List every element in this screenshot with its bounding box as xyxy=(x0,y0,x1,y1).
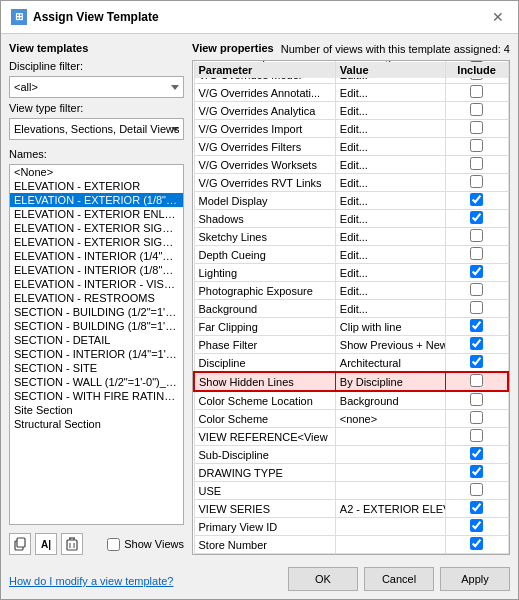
delete-icon-button[interactable] xyxy=(61,533,83,555)
include-checkbox[interactable] xyxy=(470,229,483,242)
show-views-checkbox[interactable] xyxy=(107,538,120,551)
include-cell[interactable] xyxy=(445,228,508,246)
list-item[interactable]: SECTION - WITH FIRE RATINGS COLO xyxy=(10,389,183,403)
list-item[interactable]: <None> xyxy=(10,165,183,179)
table-row[interactable]: BackgroundEdit... xyxy=(194,300,508,318)
include-cell[interactable] xyxy=(445,518,508,536)
include-checkbox[interactable] xyxy=(470,429,483,442)
include-cell[interactable] xyxy=(445,410,508,428)
include-cell[interactable] xyxy=(445,336,508,354)
include-checkbox[interactable] xyxy=(470,447,483,460)
list-item[interactable]: ELEVATION - EXTERIOR (1/8"=1'-0") xyxy=(10,193,183,207)
table-row[interactable]: Store Number xyxy=(194,536,508,554)
list-item[interactable]: ELEVATION - INTERIOR (1/4"=1'-0") xyxy=(10,249,183,263)
table-row[interactable]: LightingEdit... xyxy=(194,264,508,282)
include-checkbox[interactable] xyxy=(470,319,483,332)
table-row[interactable]: V/G Overrides ImportEdit... xyxy=(194,120,508,138)
include-cell[interactable] xyxy=(445,84,508,102)
include-cell[interactable] xyxy=(445,536,508,554)
discipline-filter-select[interactable]: <all> xyxy=(9,76,184,98)
properties-table-container[interactable]: Parameter Value Include View Scale1/8" =… xyxy=(192,60,510,555)
table-row[interactable]: V/G Overrides Annotati...Edit... xyxy=(194,84,508,102)
include-checkbox[interactable] xyxy=(470,157,483,170)
list-item[interactable]: Site Section xyxy=(10,403,183,417)
include-checkbox[interactable] xyxy=(470,483,483,496)
table-row[interactable]: VIEW REFERENCE<View xyxy=(194,428,508,446)
include-checkbox[interactable] xyxy=(470,139,483,152)
table-row[interactable]: Show Hidden LinesBy Discipline xyxy=(194,372,508,391)
include-checkbox[interactable] xyxy=(470,301,483,314)
include-cell[interactable] xyxy=(445,264,508,282)
list-item[interactable]: ELEVATION - INTERIOR - VISUAL PAC xyxy=(10,277,183,291)
include-checkbox[interactable] xyxy=(470,355,483,368)
include-cell[interactable] xyxy=(445,300,508,318)
include-checkbox[interactable] xyxy=(470,537,483,550)
include-cell[interactable] xyxy=(445,192,508,210)
include-cell[interactable] xyxy=(445,156,508,174)
list-item[interactable]: ELEVATION - EXTERIOR SIGNAGE (1/ xyxy=(10,235,183,249)
include-checkbox[interactable] xyxy=(470,501,483,514)
table-row[interactable]: DRAWING TYPE xyxy=(194,464,508,482)
include-cell[interactable] xyxy=(445,174,508,192)
include-checkbox[interactable] xyxy=(470,85,483,98)
table-row[interactable]: DisciplineArchitectural xyxy=(194,354,508,373)
include-checkbox[interactable] xyxy=(470,193,483,206)
list-item[interactable]: SECTION - INTERIOR (1/4"=1'-0")_ND xyxy=(10,347,183,361)
list-item[interactable]: SECTION - SITE xyxy=(10,361,183,375)
table-row[interactable]: V/G Overrides FiltersEdit... xyxy=(194,138,508,156)
include-cell[interactable] xyxy=(445,282,508,300)
table-row[interactable]: Phase FilterShow Previous + New xyxy=(194,336,508,354)
table-row[interactable]: Far ClippingClip with line xyxy=(194,318,508,336)
include-checkbox[interactable] xyxy=(470,283,483,296)
include-cell[interactable] xyxy=(445,464,508,482)
include-checkbox[interactable] xyxy=(470,265,483,278)
table-row[interactable]: Depth CueingEdit... xyxy=(194,246,508,264)
table-row[interactable]: Primary View ID xyxy=(194,518,508,536)
include-cell[interactable] xyxy=(445,372,508,391)
table-row[interactable]: V/G Overrides WorksetsEdit... xyxy=(194,156,508,174)
include-checkbox[interactable] xyxy=(470,103,483,116)
include-cell[interactable] xyxy=(445,482,508,500)
include-checkbox[interactable] xyxy=(470,411,483,424)
ok-button[interactable]: OK xyxy=(288,567,358,591)
include-checkbox[interactable] xyxy=(470,465,483,478)
list-item[interactable]: SECTION - WALL (1/2"=1'-0")_NDRK xyxy=(10,375,183,389)
list-item[interactable]: ELEVATION - EXTERIOR ENLARGED ( xyxy=(10,207,183,221)
include-checkbox[interactable] xyxy=(470,121,483,134)
include-cell[interactable] xyxy=(445,354,508,373)
list-item[interactable]: SECTION - DETAIL xyxy=(10,333,183,347)
include-checkbox[interactable] xyxy=(470,337,483,350)
list-item[interactable]: Structural Section xyxy=(10,417,183,431)
table-row[interactable]: Sketchy LinesEdit... xyxy=(194,228,508,246)
list-item[interactable]: SECTION - BUILDING (1/2"=1'-0")_ND xyxy=(10,305,183,319)
list-item[interactable]: ELEVATION - RESTROOMS xyxy=(10,291,183,305)
include-cell[interactable] xyxy=(445,246,508,264)
rename-icon-button[interactable]: A| xyxy=(35,533,57,555)
names-list[interactable]: <None>ELEVATION - EXTERIORELEVATION - EX… xyxy=(9,164,184,525)
include-cell[interactable] xyxy=(445,391,508,410)
view-type-filter-select[interactable]: Elevations, Sections, Detail Views xyxy=(9,118,184,140)
table-row[interactable]: Sub-Discipline xyxy=(194,446,508,464)
help-link[interactable]: How do I modify a view template? xyxy=(9,575,173,587)
list-item[interactable]: ELEVATION - INTERIOR (1/8"=1'-0") xyxy=(10,263,183,277)
include-cell[interactable] xyxy=(445,428,508,446)
table-row[interactable]: VIEW SERIESA2 - EXTERIOR ELEVATI xyxy=(194,500,508,518)
include-checkbox[interactable] xyxy=(470,247,483,260)
duplicate-icon-button[interactable] xyxy=(9,533,31,555)
table-row[interactable]: Color Scheme LocationBackground xyxy=(194,391,508,410)
include-checkbox[interactable] xyxy=(470,175,483,188)
include-cell[interactable] xyxy=(445,446,508,464)
table-row[interactable]: ShadowsEdit... xyxy=(194,210,508,228)
include-cell[interactable] xyxy=(445,120,508,138)
list-item[interactable]: ELEVATION - EXTERIOR SIGNAGE (1" xyxy=(10,221,183,235)
cancel-button[interactable]: Cancel xyxy=(364,567,434,591)
table-row[interactable]: V/G Overrides RVT LinksEdit... xyxy=(194,174,508,192)
include-cell[interactable] xyxy=(445,210,508,228)
table-row[interactable]: USE xyxy=(194,482,508,500)
include-cell[interactable] xyxy=(445,102,508,120)
include-cell[interactable] xyxy=(445,138,508,156)
table-row[interactable]: V/G Overrides AnalyticaEdit... xyxy=(194,102,508,120)
apply-button[interactable]: Apply xyxy=(440,567,510,591)
include-checkbox[interactable] xyxy=(470,374,483,387)
list-item[interactable]: SECTION - BUILDING (1/8"=1'-0")_ND xyxy=(10,319,183,333)
